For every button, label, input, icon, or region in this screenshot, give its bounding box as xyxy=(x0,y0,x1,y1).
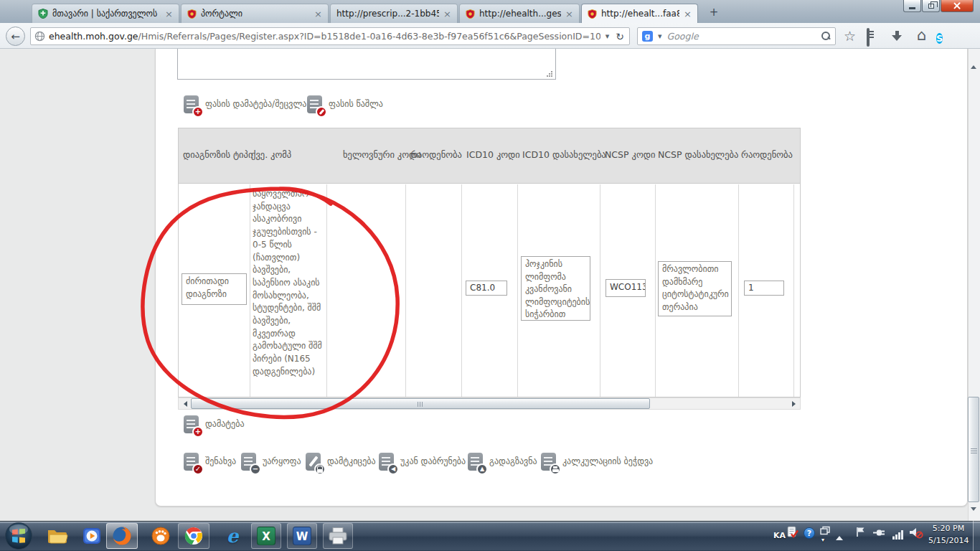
window-close-button[interactable] xyxy=(941,0,974,12)
screen: + ფასის დამატება/შეცვლა ფასის წაშლა დიაგ… xyxy=(0,0,980,551)
back-button[interactable]: ← xyxy=(6,27,25,46)
pencil-icon xyxy=(306,453,321,471)
tab-close-icon[interactable]: × xyxy=(165,9,173,19)
bookmarks-panel-icon[interactable] xyxy=(867,30,870,45)
col-header-artificial-code: ხელოვნური კოდი xyxy=(343,149,421,160)
engine-dropdown-icon[interactable]: ▾ xyxy=(656,32,664,41)
document-icon: + xyxy=(184,415,199,433)
back-arrow-icon: ← xyxy=(11,30,20,43)
return-back-button[interactable]: ◀ უკან დაბრუნება xyxy=(379,451,466,472)
approve-button[interactable]: დამტკიცება xyxy=(306,451,376,472)
reload-icon[interactable]: ↻ xyxy=(614,31,626,42)
google-engine-icon[interactable]: g xyxy=(642,31,653,42)
tray-caret-icon[interactable]: ▾ xyxy=(821,537,824,543)
action-center-flag-icon[interactable] xyxy=(854,526,866,541)
scroll-right-button[interactable] xyxy=(788,398,800,409)
up-badge-icon: ▲ xyxy=(476,463,488,475)
taskbar-internet-explorer[interactable]: e xyxy=(217,523,248,549)
window-restore-button[interactable] xyxy=(922,0,940,12)
browser-tab-bar: მთავარი | საქართველოს ... × პორტალი × ht… xyxy=(0,0,980,23)
tab-moh-home[interactable]: მთავარი | საქართველოს ... × xyxy=(32,4,179,23)
clock-date[interactable]: 5/15/2014 xyxy=(928,536,969,545)
column-divider xyxy=(250,184,250,397)
column-divider xyxy=(326,184,327,397)
tab-close-icon[interactable]: × xyxy=(314,9,322,19)
icd10-name-field[interactable]: ჰოჯკინის ლიმფომა კვანძოვანი ლიმფოციტების… xyxy=(521,256,590,321)
show-desktop-button[interactable] xyxy=(973,521,980,551)
reject-button[interactable]: − უარყოფა xyxy=(241,451,301,472)
ncsp-code-field[interactable]: WCO113 xyxy=(606,279,646,297)
chrome-icon xyxy=(184,526,204,546)
col-header-diagnosis-type: დიაგნოზის ტიპი xyxy=(183,149,253,160)
taskbar-word[interactable]: W xyxy=(287,523,317,549)
col-header-icd10-code: ICD10 კოდი xyxy=(466,149,520,160)
send-button[interactable]: ▲ გადაგზავნა xyxy=(468,451,537,472)
search-input[interactable] xyxy=(667,31,818,42)
language-indicator[interactable]: KA xyxy=(773,531,786,540)
print-calculation-button[interactable]: კალკულაციის ბეჭდვა xyxy=(541,451,653,472)
tab-title: მთავარი | საქართველოს ... xyxy=(52,9,161,19)
home-icon[interactable]: ⌂ xyxy=(917,28,926,43)
minus-badge-icon: − xyxy=(250,463,261,475)
plus-badge-icon: + xyxy=(192,426,204,438)
bookmark-star-icon[interactable]: ☆ xyxy=(844,29,856,44)
taskbar-fax-printer[interactable] xyxy=(323,523,353,549)
help-tray-icon[interactable]: ? xyxy=(804,527,815,539)
taskbar-firefox-active[interactable] xyxy=(106,523,138,549)
col-header-quantity-2: რაოდენობა xyxy=(741,149,793,160)
diagnosis-type-field[interactable]: ძირითადი დიაგნოზი xyxy=(182,273,247,305)
table-horizontal-scrollbar[interactable] xyxy=(178,397,801,410)
clock-time[interactable]: 5:20 PM xyxy=(928,524,969,533)
price-delete-button[interactable]: ფასის წაშლა xyxy=(307,93,383,115)
taskbar-media-player[interactable] xyxy=(76,523,108,549)
scroll-up-button[interactable] xyxy=(971,52,976,65)
taskbar-chrome[interactable] xyxy=(178,523,209,549)
vertical-scroll-thumb[interactable] xyxy=(968,397,979,502)
minimize-icon xyxy=(909,7,915,9)
skype-extension-icon[interactable]: S xyxy=(936,29,943,45)
tab-ehealth-list[interactable]: http://ehealth...ges/List.aspx × xyxy=(459,4,580,23)
url-bar[interactable]: ehealth.moh.gov.ge/Hmis/Referrals/Pages/… xyxy=(30,27,630,45)
erase-badge-icon xyxy=(316,106,327,118)
url-dropdown-icon[interactable]: ▾ xyxy=(604,32,611,41)
network-signal-icon[interactable] xyxy=(892,529,905,542)
new-tab-button[interactable]: + xyxy=(705,6,723,20)
left-arrow-icon xyxy=(181,401,187,407)
tab-close-icon[interactable]: × xyxy=(443,9,451,19)
ncsp-name-field[interactable]: მრავლობითი დამხმარე ციტოსტატიკური თერაპი… xyxy=(658,261,732,316)
approve-label: დამტკიცება xyxy=(327,456,376,466)
quantity-input[interactable]: 1 xyxy=(744,281,784,296)
tab-portal[interactable]: პორტალი × xyxy=(181,4,329,23)
tab-close-icon[interactable]: × xyxy=(684,9,692,19)
volume-muted-icon[interactable] xyxy=(908,527,923,542)
windows-logo-icon xyxy=(4,522,33,550)
tab-prescription[interactable]: http://prescrip...2-1bb455b37925 × xyxy=(330,4,458,23)
url-text: ehealth.moh.gov.ge/Hmis/Referrals/Pages/… xyxy=(49,31,600,42)
tab-close-icon[interactable]: × xyxy=(565,9,573,19)
taskbar-explorer[interactable] xyxy=(42,523,73,549)
emblem-icon xyxy=(187,9,197,19)
save-button[interactable]: ✓ შენახვა xyxy=(184,451,236,472)
icd10-code-input[interactable]: C81.0 xyxy=(466,281,507,296)
horizontal-scroll-thumb[interactable] xyxy=(191,398,650,409)
search-bar[interactable]: g ▾ xyxy=(637,27,836,45)
window-minimize-button[interactable] xyxy=(903,0,921,12)
price-add-button[interactable]: + ფასის დამატება/შეცვლა xyxy=(184,93,306,115)
textarea-resize-grip[interactable] xyxy=(551,75,552,77)
start-button[interactable] xyxy=(4,522,34,550)
add-button[interactable]: + დამატება xyxy=(184,413,245,435)
firefox-icon xyxy=(111,525,133,547)
power-plug-icon[interactable] xyxy=(872,527,886,541)
notes-tray-icon[interactable] xyxy=(786,526,798,541)
scroll-grip xyxy=(418,402,424,407)
search-icon[interactable] xyxy=(821,32,831,41)
hidden-icons-button[interactable] xyxy=(836,532,843,540)
scroll-left-button[interactable] xyxy=(179,398,190,409)
lock-badge-icon xyxy=(314,463,326,475)
col-header-ncsp-code: NCSP კოდი xyxy=(605,149,655,160)
taskbar-gom-player[interactable] xyxy=(145,523,176,549)
tab-ehealth-register-active[interactable]: http://ehealt...faa8dda664a6 × xyxy=(581,4,698,23)
taskbar-excel[interactable]: X xyxy=(251,523,281,549)
emblem-icon xyxy=(588,9,597,19)
close-icon xyxy=(953,1,961,10)
